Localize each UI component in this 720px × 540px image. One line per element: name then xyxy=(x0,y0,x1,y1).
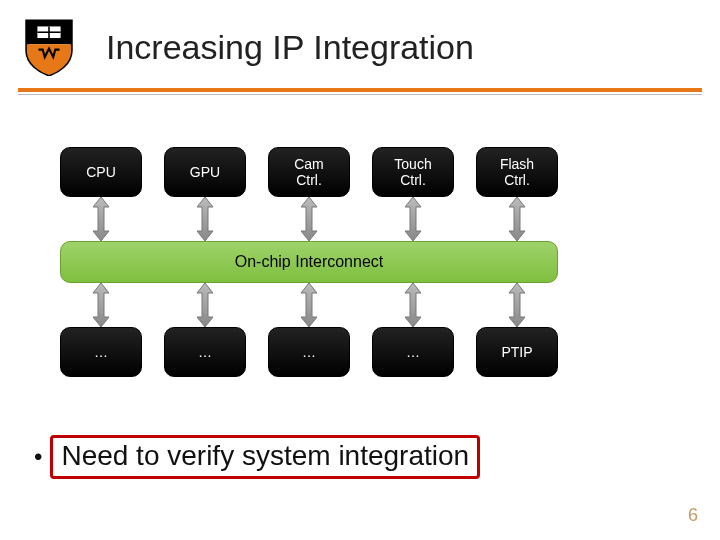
ip-block: … xyxy=(60,327,142,377)
double-arrow-icon xyxy=(195,197,215,241)
ip-label: … xyxy=(302,344,316,360)
highlighted-text: Need to verify system integration xyxy=(50,435,480,479)
ip-block: PTIP xyxy=(476,327,558,377)
ip-block: FlashCtrl. xyxy=(476,147,558,197)
double-arrow-icon xyxy=(195,283,215,327)
princeton-shield-icon xyxy=(20,18,78,76)
double-arrow-icon xyxy=(507,283,527,327)
bullet-point: • Need to verify system integration xyxy=(34,435,720,479)
ip-label: CPU xyxy=(86,164,116,180)
ip-label: CamCtrl. xyxy=(294,156,324,188)
ip-block: CPU xyxy=(60,147,142,197)
ip-block: GPU xyxy=(164,147,246,197)
ip-block: CamCtrl. xyxy=(268,147,350,197)
ip-label: … xyxy=(198,344,212,360)
ip-label: … xyxy=(406,344,420,360)
ip-block: … xyxy=(372,327,454,377)
double-arrow-icon xyxy=(299,283,319,327)
ip-label: TouchCtrl. xyxy=(394,156,431,188)
ip-label: … xyxy=(94,344,108,360)
top-ip-row: CPU GPU CamCtrl. TouchCtrl. FlashCtrl. xyxy=(60,147,570,197)
ip-block: … xyxy=(268,327,350,377)
title-underline xyxy=(0,88,720,95)
slide-title: Increasing IP Integration xyxy=(106,28,474,67)
double-arrow-icon xyxy=(91,283,111,327)
double-arrow-icon xyxy=(507,197,527,241)
double-arrow-icon xyxy=(403,283,423,327)
double-arrow-icon xyxy=(403,197,423,241)
double-arrow-icon xyxy=(299,197,319,241)
top-arrows xyxy=(60,197,570,241)
ip-label: FlashCtrl. xyxy=(500,156,534,188)
ip-block: … xyxy=(164,327,246,377)
ip-label: PTIP xyxy=(501,344,532,360)
bottom-ip-row: … … … … PTIP xyxy=(60,327,570,377)
slide-header: Increasing IP Integration xyxy=(0,0,720,82)
interconnect-bar: On-chip Interconnect xyxy=(60,241,558,283)
bullet-marker: • xyxy=(34,443,42,471)
ip-label: GPU xyxy=(190,164,220,180)
ip-block: TouchCtrl. xyxy=(372,147,454,197)
double-arrow-icon xyxy=(91,197,111,241)
interconnect-label: On-chip Interconnect xyxy=(235,253,384,271)
soc-diagram: CPU GPU CamCtrl. TouchCtrl. FlashCtrl. O… xyxy=(60,147,570,377)
bottom-arrows xyxy=(60,283,570,327)
page-number: 6 xyxy=(688,505,698,526)
